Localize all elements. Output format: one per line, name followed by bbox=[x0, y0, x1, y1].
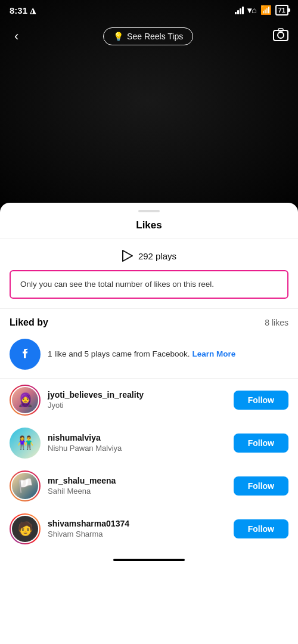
play-icon bbox=[122, 250, 134, 262]
learn-more-link[interactable]: Learn More bbox=[192, 349, 235, 358]
top-nav: ‹ 💡 See Reels Tips bbox=[0, 21, 298, 51]
svg-marker-3 bbox=[123, 250, 132, 261]
avatar-jyoti[interactable]: 🧕 bbox=[10, 385, 41, 416]
status-right: ▾⌂ 📶 71 bbox=[235, 5, 288, 16]
camera-button[interactable] bbox=[273, 28, 288, 45]
displayname-nishu: Nishu Pawan Malviya bbox=[48, 444, 226, 453]
facebook-row: 1 like and 5 plays came from Facebook. L… bbox=[0, 333, 298, 378]
user-row: 🏳️ mr_shalu_meena Sahil Meena Follow bbox=[0, 465, 298, 507]
drag-handle-bar bbox=[138, 210, 160, 212]
notice-text: Only you can see the total number of lik… bbox=[20, 280, 214, 289]
facebook-text: 1 like and 5 plays came from Facebook. L… bbox=[48, 348, 235, 360]
liked-by-title: Liked by bbox=[10, 317, 48, 328]
facebook-avatar bbox=[10, 339, 41, 370]
notice-box: Only you can see the total number of lik… bbox=[10, 270, 288, 299]
avatar-shalu[interactable]: 🏳️ bbox=[10, 470, 41, 501]
username-nishu[interactable]: nishumalviya bbox=[48, 433, 226, 442]
battery-indicator: 71 bbox=[275, 5, 288, 16]
user-row: 🧑 shivamsharma01374 Shivam Sharma Follow bbox=[0, 507, 298, 550]
username-shalu[interactable]: mr_shalu_meena bbox=[48, 476, 226, 485]
plays-section: 292 plays bbox=[0, 239, 298, 270]
reel-area: ‹ 💡 See Reels Tips bbox=[0, 0, 298, 203]
liked-by-header: Liked by 8 likes bbox=[0, 309, 298, 333]
user-info-nishu: nishumalviya Nishu Pawan Malviya bbox=[48, 433, 226, 453]
see-reels-button[interactable]: 💡 See Reels Tips bbox=[103, 27, 193, 45]
user-info-shivam: shivamsharma01374 Shivam Sharma bbox=[48, 519, 226, 538]
wifi-symbol: 📶 bbox=[260, 5, 272, 16]
likes-count: 8 likes bbox=[265, 318, 288, 327]
home-bar bbox=[113, 559, 185, 561]
username-jyoti[interactable]: jyoti_believes_in_reality bbox=[48, 390, 226, 400]
svg-point-1 bbox=[278, 32, 284, 38]
avatar-shivam[interactable]: 🧑 bbox=[10, 513, 41, 544]
user-row: 👫 nishumalviya Nishu Pawan Malviya Follo… bbox=[0, 422, 298, 465]
follow-button-shalu[interactable]: Follow bbox=[234, 476, 288, 496]
displayname-jyoti: Jyoti bbox=[48, 401, 226, 410]
time: 8:31 bbox=[10, 5, 27, 16]
user-info-jyoti: jyoti_believes_in_reality Jyoti bbox=[48, 390, 226, 410]
avatar-nishu[interactable]: 👫 bbox=[10, 428, 41, 459]
username-shivam[interactable]: shivamsharma01374 bbox=[48, 519, 226, 528]
sheet-title: Likes bbox=[0, 217, 298, 239]
displayname-shivam: Shivam Sharma bbox=[48, 530, 226, 538]
user-row: 🧕 jyoti_believes_in_reality Jyoti Follow bbox=[0, 379, 298, 422]
back-button[interactable]: ‹ bbox=[10, 26, 23, 47]
plays-count: 292 plays bbox=[138, 251, 176, 261]
user-info-shalu: mr_shalu_meena Sahil Meena bbox=[48, 476, 226, 496]
home-indicator bbox=[0, 550, 298, 565]
lightbulb-icon: 💡 bbox=[113, 32, 123, 41]
bottom-sheet: Likes 292 plays Only you can see the tot… bbox=[0, 203, 298, 644]
follow-button-nishu[interactable]: Follow bbox=[234, 434, 288, 453]
displayname-shalu: Sahil Meena bbox=[48, 487, 226, 496]
status-bar: 8:31 ◮ ▾⌂ 📶 71 bbox=[0, 0, 298, 18]
wifi-icon: ▾⌂ bbox=[247, 5, 256, 15]
signal-icon bbox=[235, 7, 244, 14]
follow-button-jyoti[interactable]: Follow bbox=[234, 391, 288, 410]
drag-handle bbox=[0, 203, 298, 217]
see-reels-label: See Reels Tips bbox=[127, 32, 183, 41]
location-icon: ◮ bbox=[30, 6, 36, 15]
follow-button-shivam[interactable]: Follow bbox=[234, 519, 288, 538]
status-left: 8:31 ◮ bbox=[10, 5, 36, 16]
